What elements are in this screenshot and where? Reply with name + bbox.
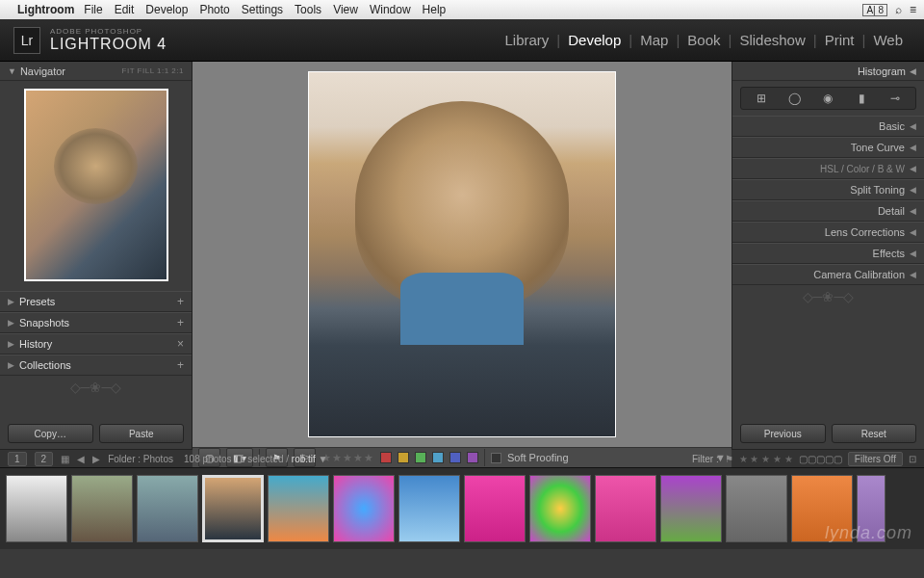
clear-icon[interactable]: ×	[177, 337, 184, 351]
menu-edit[interactable]: Edit	[115, 3, 135, 16]
navigator-zoom-options[interactable]: FIT FILL 1:1 2:1	[122, 66, 184, 75]
filmstrip-thumb[interactable]	[71, 475, 133, 542]
panel-snapshots[interactable]: ▶ Snapshots +	[0, 312, 192, 333]
module-book[interactable]: Book	[680, 32, 728, 48]
menu-develop[interactable]: Develop	[145, 3, 188, 16]
chevron-left-icon: ◀	[910, 249, 916, 258]
prev-photo-icon[interactable]: ◀	[77, 454, 85, 464]
navigator-image	[24, 89, 168, 281]
redeye-tool-icon[interactable]: ◉	[818, 90, 837, 107]
panel-camera-calibration[interactable]: Camera Calibration◀	[732, 264, 924, 285]
menu-extras-icon[interactable]: ≡	[910, 3, 916, 16]
color-label-green[interactable]	[415, 452, 426, 463]
color-label-teal[interactable]	[432, 452, 444, 463]
panel-effects[interactable]: Effects◀	[732, 243, 924, 264]
panel-ornament: ◇─❀─◇	[732, 285, 924, 308]
panel-split-toning[interactable]: Split Toning◀	[732, 179, 924, 200]
filter-color-icon[interactable]: ▢▢▢▢▢	[799, 454, 842, 464]
module-develop[interactable]: Develop	[560, 32, 629, 48]
chevron-right-icon: ▶	[8, 297, 14, 306]
filter-flag-icon[interactable]: ⚑	[725, 454, 733, 464]
filter-star-icon[interactable]: ★ ★ ★ ★ ★	[739, 454, 793, 464]
panel-collections[interactable]: ▶ Collections +	[0, 355, 192, 376]
menu-photo[interactable]: Photo	[199, 3, 229, 16]
filters-off-button[interactable]: Filters Off	[848, 452, 903, 466]
menu-file[interactable]: File	[84, 3, 102, 16]
filmstrip-thumb-selected[interactable]	[202, 475, 264, 542]
module-map[interactable]: Map	[632, 32, 676, 48]
gradient-tool-icon[interactable]: ▮	[852, 90, 871, 107]
filmstrip-thumb[interactable]	[333, 475, 395, 542]
menu-window[interactable]: Window	[370, 3, 411, 16]
menu-tools[interactable]: Tools	[295, 3, 321, 16]
navigator-title: Navigator	[20, 66, 122, 77]
crop-tool-icon[interactable]: ⊞	[752, 90, 771, 107]
soft-proofing-label: Soft Proofing	[507, 452, 569, 463]
main-window-button[interactable]: 1	[8, 452, 27, 466]
module-web[interactable]: Web	[865, 32, 911, 48]
paste-button[interactable]: Paste	[99, 424, 185, 443]
module-picker: Library| Develop| Map| Book| Slideshow| …	[497, 32, 911, 48]
color-label-red[interactable]	[380, 452, 392, 463]
color-label-yellow[interactable]	[398, 452, 409, 463]
reset-button[interactable]: Reset	[832, 424, 917, 443]
menu-settings[interactable]: Settings	[242, 3, 283, 16]
spot-tool-icon[interactable]: ◯	[785, 90, 805, 107]
notification-icon[interactable]: A| 8	[862, 4, 887, 16]
second-window-button[interactable]: 2	[35, 452, 54, 466]
menu-view[interactable]: View	[333, 3, 358, 16]
chevron-left-icon: ◀	[910, 121, 916, 131]
module-slideshow[interactable]: Slideshow	[732, 32, 812, 48]
copy-button[interactable]: Copy…	[8, 424, 93, 443]
lightroom-logo: Lr	[13, 27, 40, 54]
filmstrip[interactable]: lynda.com	[0, 468, 924, 549]
filmstrip-thumb[interactable]	[137, 475, 198, 542]
canvas[interactable]	[192, 62, 732, 447]
soft-proofing-checkbox[interactable]	[491, 453, 501, 463]
center-area: ▢ ◧▾ ⚑ ⚐ ★★★★★ Soft Proofing ▼	[192, 62, 732, 449]
brush-tool-icon[interactable]: ⊸	[886, 90, 905, 107]
chevron-left-icon: ◀	[910, 66, 916, 76]
menu-help[interactable]: Help	[423, 3, 447, 16]
color-label-blue[interactable]	[449, 452, 461, 463]
app-header: Lr ADOBE PHOTOSHOP LIGHTROOM 4 Library| …	[0, 19, 924, 62]
filmstrip-thumb[interactable]	[398, 475, 460, 542]
panel-lens-corrections[interactable]: Lens Corrections◀	[732, 222, 924, 243]
panel-presets[interactable]: ▶ Presets +	[0, 291, 192, 312]
filmstrip-thumb[interactable]	[6, 475, 67, 542]
source-path[interactable]: Folder : Photos 108 photos / 1 selected …	[108, 454, 327, 464]
filmstrip-thumb[interactable]	[529, 475, 591, 542]
filter-lock-icon[interactable]: ⊡	[909, 454, 916, 464]
panel-tone-curve[interactable]: Tone Curve◀	[732, 137, 924, 158]
filmstrip-thumb[interactable]	[464, 475, 526, 542]
filmstrip-thumb[interactable]	[268, 475, 329, 542]
filmstrip-thumb[interactable]	[595, 475, 656, 542]
add-icon[interactable]: +	[177, 358, 184, 372]
mac-menu-bar: Lightroom File Edit Develop Photo Settin…	[0, 0, 924, 19]
filmstrip-thumb[interactable]	[857, 475, 886, 542]
spotlight-icon[interactable]: ⌕	[895, 3, 902, 16]
rating-stars[interactable]: ★★★★★	[321, 452, 374, 464]
brand-title: LIGHTROOM 4	[50, 36, 167, 53]
chevron-left-icon: ◀	[910, 143, 916, 152]
panel-basic[interactable]: Basic◀	[732, 116, 924, 137]
filmstrip-thumb[interactable]	[791, 475, 853, 542]
panel-history[interactable]: ▶ History ×	[0, 333, 192, 355]
filmstrip-thumb[interactable]	[660, 475, 722, 542]
filmstrip-thumb[interactable]	[726, 475, 787, 542]
panel-ornament: ◇─❀─◇	[0, 376, 192, 399]
navigator-header[interactable]: ▼ Navigator FIT FILL 1:1 2:1	[0, 62, 192, 81]
navigator-preview[interactable]	[0, 81, 192, 291]
histogram-header[interactable]: Histogram ◀	[732, 62, 924, 81]
color-label-purple[interactable]	[467, 452, 478, 463]
panel-detail[interactable]: Detail◀	[732, 200, 924, 222]
module-library[interactable]: Library	[497, 32, 556, 48]
next-photo-icon[interactable]: ▶	[92, 454, 100, 464]
panel-hsl[interactable]: HSL / Color / B & W◀	[732, 158, 924, 179]
add-icon[interactable]: +	[177, 295, 184, 308]
previous-button[interactable]: Previous	[740, 424, 826, 443]
module-print[interactable]: Print	[817, 32, 862, 48]
mac-app-name[interactable]: Lightroom	[17, 3, 74, 16]
grid-view-icon[interactable]: ▦	[61, 454, 69, 464]
add-icon[interactable]: +	[177, 316, 184, 329]
